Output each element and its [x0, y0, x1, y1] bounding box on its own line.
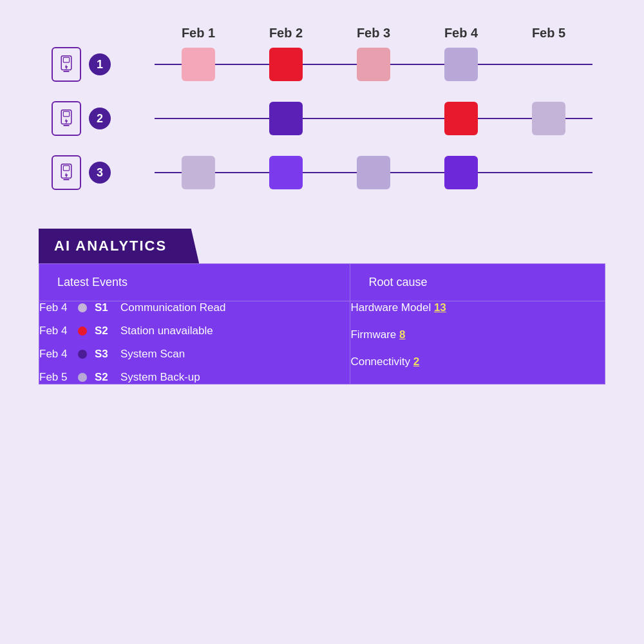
station-row: 3 [52, 155, 592, 190]
event-entry: Feb 4 S1 Communication Read [39, 301, 350, 314]
event-block [444, 102, 478, 135]
date-headers: Feb 1Feb 2Feb 3Feb 4Feb 5 [155, 26, 592, 41]
event-station: S2 [95, 371, 113, 384]
col-events-header: Latest Events [39, 264, 350, 301]
root-count: 2 [413, 355, 419, 368]
date-header: Feb 5 [505, 26, 592, 41]
event-block [182, 156, 215, 189]
event-slot [505, 155, 592, 190]
station-number: 1 [89, 53, 111, 75]
timeline-events [155, 101, 592, 136]
root-count: 8 [399, 328, 405, 341]
event-block [269, 156, 303, 189]
event-slot [505, 47, 592, 82]
event-slot [330, 47, 417, 82]
events-list: Feb 4 S1 Communication Read Feb 4 S2 Sta… [39, 301, 350, 384]
event-block [269, 48, 303, 81]
charger-icon [52, 101, 81, 136]
event-block [444, 156, 478, 189]
date-header: Feb 3 [330, 26, 417, 41]
event-slot [417, 47, 505, 82]
event-slot [242, 47, 330, 82]
analytics-section: AI ANALYTICS Latest Events Root cause Fe… [39, 229, 605, 618]
station-icon-wrap: 1 [52, 47, 155, 82]
root-cause-entry: Firmware 8 [350, 328, 605, 341]
event-entry: Feb 5 S2 System Back-up [39, 371, 350, 384]
event-date: Feb 5 [39, 371, 70, 384]
event-block [182, 48, 215, 81]
event-desc: System Scan [120, 348, 350, 361]
timeline-events [155, 47, 592, 82]
events-cell: Feb 4 S1 Communication Read Feb 4 S2 Sta… [39, 301, 350, 384]
event-slot [242, 101, 330, 136]
event-entry: Feb 4 S2 Station unavailable [39, 325, 350, 337]
station-icon-wrap: 2 [52, 101, 155, 136]
analytics-table: Latest Events Root cause Feb 4 S1 Commun… [39, 263, 605, 384]
event-date: Feb 4 [39, 348, 70, 361]
root-count: 13 [434, 301, 446, 314]
root-label: Hardware Model [350, 301, 433, 314]
event-slot [155, 155, 242, 190]
event-desc: Communication Read [120, 301, 350, 314]
event-desc: System Back-up [120, 371, 350, 384]
root-causes-list: Hardware Model 13Firmware 8Connectivity … [350, 301, 605, 368]
event-block [269, 102, 303, 135]
charger-icon [52, 47, 81, 82]
event-date: Feb 4 [39, 301, 70, 314]
event-slot [155, 47, 242, 82]
date-header: Feb 2 [242, 26, 330, 41]
timeline-section: Feb 1Feb 2Feb 3Feb 4Feb 5 1 2 3 [39, 26, 605, 209]
event-dot [78, 373, 87, 382]
event-block [357, 156, 390, 189]
timeline-line [155, 155, 592, 190]
stations-container: 1 2 3 [52, 47, 592, 190]
event-dot [78, 350, 87, 359]
station-row: 1 [52, 47, 592, 82]
station-row: 2 [52, 101, 592, 136]
date-header: Feb 4 [417, 26, 505, 41]
event-block [532, 102, 565, 135]
root-cause-entry: Hardware Model 13 [350, 301, 605, 314]
event-slot [417, 101, 505, 136]
col-root-header: Root cause [350, 264, 605, 301]
station-number: 2 [89, 108, 111, 129]
event-slot [242, 155, 330, 190]
svg-rect-3 [63, 111, 69, 117]
root-cell: Hardware Model 13Firmware 8Connectivity … [350, 301, 605, 384]
event-station: S3 [95, 348, 113, 361]
root-label: Firmware [350, 328, 399, 341]
event-slot [330, 155, 417, 190]
event-dot [78, 327, 87, 336]
event-block [357, 48, 390, 81]
station-icon-wrap: 3 [52, 155, 155, 190]
timeline-events [155, 155, 592, 190]
svg-rect-5 [63, 166, 69, 171]
timeline-line [155, 101, 592, 136]
event-slot [417, 155, 505, 190]
root-label: Connectivity [350, 355, 413, 368]
event-station: S1 [95, 301, 113, 314]
event-slot [330, 101, 417, 136]
date-header: Feb 1 [155, 26, 242, 41]
event-desc: Station unavailable [120, 325, 350, 337]
event-dot [78, 303, 87, 312]
analytics-header: AI ANALYTICS [39, 229, 199, 263]
station-number: 3 [89, 162, 111, 184]
event-entry: Feb 4 S3 System Scan [39, 348, 350, 361]
event-slot [505, 101, 592, 136]
event-block [444, 48, 478, 81]
svg-rect-1 [63, 57, 69, 62]
event-slot [155, 101, 242, 136]
timeline-line [155, 47, 592, 82]
root-cause-entry: Connectivity 2 [350, 355, 605, 368]
event-date: Feb 4 [39, 325, 70, 337]
charger-icon [52, 155, 81, 190]
event-station: S2 [95, 325, 113, 337]
